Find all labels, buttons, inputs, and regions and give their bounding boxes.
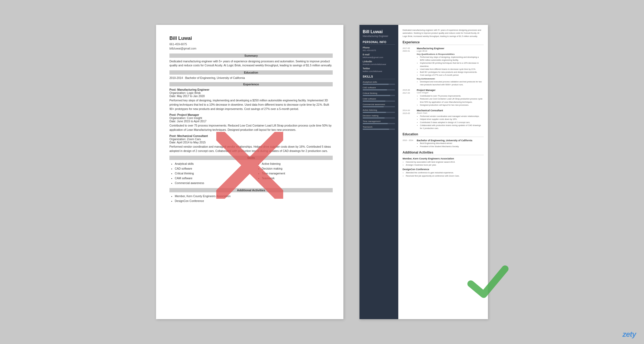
exp1-date-text: Date: May 2017 to Jan 2020 (169, 94, 205, 98)
summary-right: Dedicated manufacturing engineer with 5+… (403, 29, 484, 38)
skills-list-1: Analytical skills CAD software Critical … (169, 162, 246, 185)
skill-name: Critical thinking (363, 92, 395, 94)
skill-name: Commercial awareness (363, 103, 395, 106)
exp-qual-list: Performed vendor coordination and manage… (417, 115, 484, 130)
skill-1-1: Analytical skills (175, 162, 246, 166)
skill-1-5: Commercial awareness (175, 181, 246, 186)
exp2-post: Post: Project Manager (169, 113, 333, 116)
edu-list-item: President of the Student Mechanics Socie… (420, 145, 484, 148)
add-act-list-item: Received first job opportunity at confer… (406, 174, 484, 177)
education-title: Education (403, 132, 484, 137)
exp-job-title: Mechanical Consultant (417, 109, 484, 112)
skill-name: Time management (363, 120, 395, 123)
zety-logo: zety (623, 330, 636, 339)
skill-item: Decision making (363, 114, 395, 119)
additional-items: Member, Kern County Engineers Associatio… (403, 157, 484, 177)
exp-dates: 2017-052020-01 (403, 47, 415, 86)
add-act-item: Member, Kern County Engineers Associatio… (403, 157, 484, 167)
skill-name: Decision making (363, 114, 395, 117)
add-act-title: Member, Kern County Engineers Associatio… (403, 157, 484, 160)
skill-bar-fill (363, 101, 385, 102)
skill-bar-bg (363, 112, 395, 113)
add-act-list-item: Attended the conference to gain industri… (406, 171, 484, 174)
exp2-post-label: Post: Project Manager (169, 113, 199, 116)
exp-qual-item: Contributed 5 ideas adopted in design of… (420, 121, 484, 124)
skill-1-4: CAM software (175, 176, 246, 181)
skill-item: Teamwork (363, 126, 395, 130)
skill-bar-fill (363, 106, 384, 107)
exp1-body: Performed key steps of designing, implem… (169, 98, 333, 111)
exp1-post-label: Post: Manufacturing Engineer (169, 88, 209, 91)
exp1-date: Date: May 2017 to Jan 2020 (169, 94, 333, 98)
skill-bar-bg (363, 123, 395, 124)
skills-title: Skills (363, 75, 395, 79)
exp-company: Logic Brisk (417, 50, 484, 52)
exp-qual-item: Helped drive supplier costs down by 16%. (420, 118, 484, 121)
left-phone: 661-459-6075 (169, 42, 333, 47)
skill-name: Active listening (363, 109, 395, 111)
skill-2-2: Decision making (262, 166, 333, 171)
right-name: Bill Luwai (363, 29, 395, 34)
skill-bar-fill (363, 123, 388, 124)
experience-header: Experience (169, 82, 333, 86)
add-act-list-item: Arrange 2 business tours per year. (406, 163, 484, 166)
exp-dates: 2015-062017-04 (403, 89, 415, 106)
exp-qual-item: Performed key steps of designing, implem… (420, 56, 484, 62)
exp3-org: Organization: Zoom Cars (169, 137, 333, 141)
add-act-list: Honored by association with best enginee… (403, 160, 484, 167)
exp-qual-item: Implemented 3D printing techniques that … (420, 62, 484, 68)
email-label: E-mail (363, 53, 395, 56)
education-header: Education (169, 70, 333, 75)
exp-qual-item: Designed production cell layout for two … (420, 104, 484, 106)
exp-qual-item: Contributed to over 75 process improveme… (420, 94, 484, 97)
exp-company: Core Insight (417, 91, 484, 94)
skill-name: CAD software (363, 86, 395, 89)
skill-2-1: Active listening (262, 162, 333, 166)
skill-1-3: Critical thinking (175, 171, 246, 176)
skill-bar-fill (363, 89, 387, 90)
exp-qual-item: Collaborated with production teams durin… (420, 124, 484, 130)
resume-sidebar: Bill Luwai Manufacturing Engineer Person… (359, 25, 398, 319)
linkedin-value: linkedin.com/in/billzluwai (363, 63, 395, 66)
skill-bar-fill (363, 95, 390, 96)
exp1-org: Organization: Logic Brisk (169, 91, 333, 94)
exp3-body: Performed vendor coordination and manage… (169, 145, 333, 153)
exp3-date: Date: April 2014 to May 2015 (169, 141, 333, 144)
exp-qual-title: Key Qualifications & Responsibilities (417, 53, 484, 55)
exp3-org-text: Organization: Zoom Cars (169, 137, 201, 141)
exp-qual-item: Performed vendor coordination and manage… (420, 115, 484, 118)
twitter-value: twitter.com/billzluwai (363, 70, 395, 72)
skill-item: CAM software (363, 98, 395, 102)
personal-info-title: Personal Info (363, 41, 395, 45)
exp-qual-item: Reduced Low Cost Container Load Lift Str… (420, 97, 484, 104)
education-items: 2010 - 2014 Bachelor of Engineering, Uni… (403, 139, 484, 148)
email-value: billzluwai@gmail.com (363, 56, 395, 59)
skill-2-3: Time management (262, 171, 333, 176)
exp3-post: Post: Mechanical Consultant (169, 134, 333, 137)
skill-name: CAM software (363, 98, 395, 100)
exp3-date-text: Date: April 2014 to May 2015 (169, 141, 206, 144)
summary-text: Dedicated manufacturing engineer with 5+… (169, 59, 333, 68)
additional-header: Additional Activities (169, 188, 333, 192)
edu-list-item: Best Engineering Idea Award winner (420, 142, 484, 145)
exp-job-title: Manufacturing Engineer (417, 47, 484, 50)
edu-dates: 2010 - 2014 (403, 139, 415, 148)
skill-item: Commercial awareness (363, 103, 395, 107)
skill-bar-bg (363, 84, 395, 85)
resume-main: Dedicated manufacturing engineer with 5+… (398, 25, 488, 319)
exp-details: Manufacturing Engineer Logic Brisk Key Q… (417, 47, 484, 86)
skill-bar-bg (363, 106, 395, 107)
exp-qual-item: Cost savings of 27% over a 5-month perio… (420, 74, 484, 77)
resume-right: Bill Luwai Manufacturing Engineer Person… (359, 25, 488, 319)
skill-item: Critical thinking (363, 92, 395, 96)
left-email: billzluwai@gmail.com (169, 47, 333, 51)
exp-item: 2014-042015-05 Mechanical Consultant Zoo… (403, 109, 484, 130)
exp-qual-item: Used data from different teams to decrea… (420, 68, 484, 71)
skill-bar-bg (363, 89, 395, 90)
exp-item: 2015-062017-04 Project Manager Core Insi… (403, 89, 484, 106)
skill-1-2: CAD software (175, 166, 246, 171)
skill-bar-bg (363, 101, 395, 102)
exp-dates: 2014-042015-05 (403, 109, 415, 130)
edu-list: Best Engineering Idea Award winnerPresid… (417, 142, 484, 148)
exp-qual-list: Performed key steps of designing, implem… (417, 56, 484, 77)
